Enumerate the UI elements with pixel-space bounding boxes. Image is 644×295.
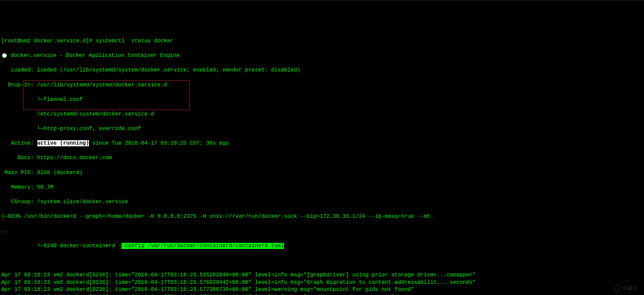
- active-status: active (running): [37, 140, 89, 146]
- watermark: ∞亿速云: [615, 285, 637, 292]
- service-title: docker.service - Docker Application Cont…: [7, 52, 180, 59]
- active-line: Active: active (running) since Tue 2018-…: [1, 140, 643, 147]
- cgroup-line: CGroup: /system.slice/docker.service: [1, 198, 643, 206]
- cgroup-dots: ..: [1, 228, 643, 235]
- active-since: since Tue 2018-04-17 03:18:25 CST; 30s a…: [89, 140, 229, 146]
- service-header: docker.service - Docker Application Cont…: [1, 52, 643, 60]
- cgroup-proc-2: └─9240 docker-containerd --config /var/r…: [1, 243, 643, 250]
- cgroup-proc-2-prefix: └─9240 docker-containerd -: [1, 243, 121, 249]
- terminal-window[interactable]: [root@vm2 docker.service.d]# systemctl s…: [1, 30, 643, 295]
- watermark-text: 亿速云: [623, 285, 637, 291]
- containerd-config-highlight: -config /var/run/docker/containerd/conta…: [121, 243, 284, 249]
- dropin-conf-2: └─http-proxy.conf, override.conf: [1, 125, 643, 133]
- log-line: Apr 17 03:18:23 vm2 dockerd[9236]: time=…: [1, 286, 643, 294]
- mainpid-line: Main PID: 9236 (dockerd): [1, 169, 643, 177]
- docs-line: Docs: https://docs.docker.com: [1, 154, 643, 162]
- watermark-icon: ∞: [615, 285, 622, 292]
- log-output: Apr 17 03:18:23 vm2 dockerd[9236]: time=…: [1, 272, 643, 295]
- blank-line: [1, 257, 643, 265]
- cgroup-proc-1: ├─9236 /usr/bin/dockerd --graph=/home/do…: [1, 213, 643, 220]
- log-line: Apr 17 03:18:23 vm2 dockerd[9236]: time=…: [1, 272, 643, 279]
- status-dot-icon: [2, 53, 7, 58]
- command-text: systemctl status docker: [95, 38, 173, 44]
- log-line: Apr 17 03:18:23 vm2 dockerd[9236]: time=…: [1, 279, 643, 287]
- dropin-block: Drop-In: /usr/lib/systemd/system/docker.…: [1, 82, 643, 133]
- shell-prompt: [root@vm2 docker.service.d]#: [1, 38, 95, 44]
- highlight-box-dropin: [23, 80, 190, 110]
- log-line: Apr 17 03:18:23 vm2 dockerd[9236]: time=…: [1, 294, 643, 295]
- loaded-line: Loaded: loaded (/usr/lib/systemd/system/…: [1, 67, 643, 74]
- prompt-line-1: [root@vm2 docker.service.d]# systemctl s…: [1, 38, 643, 45]
- active-label: Active:: [1, 140, 37, 146]
- memory-line: Memory: 50.7M: [1, 184, 643, 191]
- dropin-path-2: /etc/systemd/system/docker.service.d: [1, 111, 643, 118]
